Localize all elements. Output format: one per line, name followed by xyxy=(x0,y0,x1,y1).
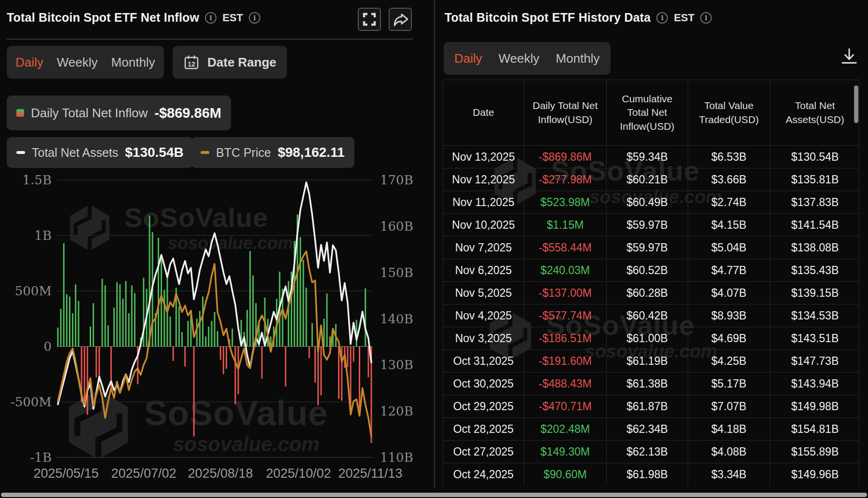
inflow-bar[interactable] xyxy=(320,346,322,395)
inflow-bar[interactable] xyxy=(57,328,59,346)
table-row[interactable]: Oct 31,2025-$191.60M$61.19B$4.25B$147.73… xyxy=(443,349,859,372)
table-row[interactable]: Nov 12,2025-$277.98M$60.21B$3.66B$135.81… xyxy=(443,168,859,191)
cell-traded: $3.66B xyxy=(688,168,770,191)
inflow-bar[interactable] xyxy=(184,346,186,366)
inflow-bar[interactable] xyxy=(223,346,224,374)
inflow-bar[interactable] xyxy=(211,321,212,346)
inflow-bar[interactable] xyxy=(338,346,339,399)
inflow-bar[interactable] xyxy=(93,303,94,346)
inflow-bar[interactable] xyxy=(163,290,165,346)
cell-inflow: -$470.71M xyxy=(524,395,607,417)
inflow-bar[interactable] xyxy=(299,237,301,346)
inflow-bar[interactable] xyxy=(202,297,203,347)
inflow-bar[interactable] xyxy=(87,346,88,415)
inflow-bar[interactable] xyxy=(367,346,369,377)
inflow-bar[interactable] xyxy=(108,325,109,346)
inflow-bar[interactable] xyxy=(181,332,183,346)
inflow-bar[interactable] xyxy=(134,293,136,346)
table-row[interactable]: Nov 7,2025-$558.44M$59.97B$5.04B$138.08B xyxy=(443,236,859,259)
inflow-bar[interactable] xyxy=(75,284,76,346)
net-inflow-chart-svg[interactable]: 1.5B1B500M0-500M-1B170B160B150B140B130B1… xyxy=(0,0,434,488)
table-row[interactable]: Oct 28,2025$202.48M$62.34B$4.18B$154.81B xyxy=(443,417,859,440)
inflow-bar[interactable] xyxy=(90,327,91,346)
inflow-bar[interactable] xyxy=(131,286,133,347)
inflow-bar[interactable] xyxy=(314,346,316,383)
table-row[interactable]: Nov 11,2025$523.98M$60.49B$2.74B$137.83B xyxy=(443,191,859,213)
inflow-bar[interactable] xyxy=(158,238,159,346)
table-row[interactable]: Oct 27,2025$149.30M$62.13B$4.08B$155.89B xyxy=(443,440,859,463)
inflow-bar[interactable] xyxy=(252,276,254,346)
inflow-bar[interactable] xyxy=(69,297,70,347)
inflow-bar[interactable] xyxy=(234,346,236,404)
inflow-bar[interactable] xyxy=(261,346,263,379)
inflow-bar[interactable] xyxy=(128,313,130,346)
inflow-bar[interactable] xyxy=(63,243,65,346)
inflow-bar[interactable] xyxy=(60,309,62,346)
inflow-bar[interactable] xyxy=(214,312,216,346)
table-vertical-scrollbar[interactable] xyxy=(854,85,858,123)
cell-inflow: $202.48M xyxy=(524,418,607,440)
inflow-bar[interactable] xyxy=(326,293,328,346)
inflow-bar[interactable] xyxy=(208,327,209,346)
tab-daily[interactable]: Daily xyxy=(454,51,482,66)
inflow-bar[interactable] xyxy=(113,308,115,347)
inflow-bar[interactable] xyxy=(306,288,307,346)
table-row[interactable]: Oct 29,2025-$470.71M$61.87B$7.07B$149.98… xyxy=(443,395,859,417)
cell-inflow: -$869.86M xyxy=(524,146,607,168)
inflow-bar[interactable] xyxy=(359,346,360,408)
inflow-bar[interactable] xyxy=(285,346,286,387)
inflow-bar[interactable] xyxy=(199,311,201,346)
history-table[interactable]: DateDaily Total Net Inflow(USD)Cumulativ… xyxy=(443,80,859,485)
inflow-bar[interactable] xyxy=(119,284,121,346)
cell-date: Nov 10,2025 xyxy=(443,214,524,236)
inflow-bar[interactable] xyxy=(105,286,106,347)
inflow-bar[interactable] xyxy=(95,346,97,377)
inflow-bar[interactable] xyxy=(347,346,348,367)
inflow-bar[interactable] xyxy=(170,317,171,346)
inflow-bar[interactable] xyxy=(353,346,354,362)
inflow-bar[interactable] xyxy=(205,336,206,346)
inflow-bar[interactable] xyxy=(249,251,251,346)
inflow-bar[interactable] xyxy=(125,281,127,346)
table-row[interactable]: Nov 13,2025-$869.86M$59.34B$6.53B$130.54… xyxy=(443,145,859,168)
table-row[interactable]: Oct 24,2025$90.60M$61.98B$3.34B$149.96B xyxy=(443,463,859,485)
table-row[interactable]: Nov 10,2025$1.15M$59.97B$4.15B$141.54B xyxy=(443,213,859,236)
inflow-bar[interactable] xyxy=(217,331,218,346)
info-icon[interactable]: i xyxy=(656,12,668,24)
inflow-bar[interactable] xyxy=(187,321,189,346)
table-row[interactable]: Nov 6,2025$240.03M$60.52B$4.77B$135.43B xyxy=(443,259,859,281)
inflow-bar[interactable] xyxy=(362,346,363,346)
inflow-bar[interactable] xyxy=(149,216,150,346)
table-row[interactable]: Nov 5,2025-$137.00M$60.28B$4.07B$139.15B xyxy=(443,281,859,304)
info-icon[interactable]: i xyxy=(700,12,712,24)
inflow-bar[interactable] xyxy=(78,301,79,346)
tab-monthly[interactable]: Monthly xyxy=(556,51,600,66)
inflow-bar[interactable] xyxy=(220,346,221,360)
inflow-bar[interactable] xyxy=(309,346,310,358)
page-horizontal-scrollbar[interactable] xyxy=(1,493,867,497)
table-row[interactable]: Nov 3,2025-$186.51M$61.00B$4.69B$143.51B xyxy=(443,327,859,349)
inflow-bar[interactable] xyxy=(226,346,227,369)
inflow-bar[interactable] xyxy=(193,346,195,436)
inflow-bar[interactable] xyxy=(178,306,180,346)
inflow-bar[interactable] xyxy=(72,313,73,346)
inflow-bar[interactable] xyxy=(84,346,85,400)
inflow-bar[interactable] xyxy=(288,281,289,346)
tab-weekly[interactable]: Weekly xyxy=(499,51,540,66)
inflow-bar[interactable] xyxy=(312,323,313,346)
inflow-bar[interactable] xyxy=(303,260,304,346)
inflow-bar[interactable] xyxy=(246,310,248,346)
inflow-bar[interactable] xyxy=(231,329,233,346)
inflow-bar[interactable] xyxy=(122,299,123,346)
inflow-bar[interactable] xyxy=(173,346,174,361)
inflow-bar[interactable] xyxy=(238,346,239,394)
inflow-bar[interactable] xyxy=(317,346,319,405)
inflow-bar[interactable] xyxy=(161,259,162,346)
inflow-bar[interactable] xyxy=(102,279,103,346)
inflow-bar[interactable] xyxy=(116,282,118,346)
table-row[interactable]: Nov 4,2025-$577.74M$60.42B$8.93B$134.53B xyxy=(443,304,859,327)
inflow-bar[interactable] xyxy=(66,294,68,346)
table-row[interactable]: Oct 30,2025-$488.43M$61.38B$5.17B$143.94… xyxy=(443,372,859,395)
download-button[interactable] xyxy=(840,47,858,68)
inflow-bar[interactable] xyxy=(365,289,366,347)
